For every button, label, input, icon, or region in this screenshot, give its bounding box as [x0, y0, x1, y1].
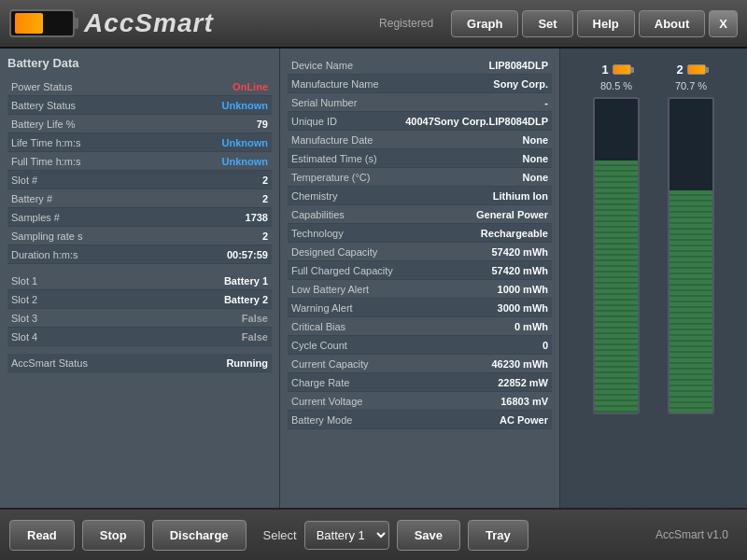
- detail-value: 57420 mWh: [491, 265, 548, 276]
- detail-row: Estimated Time (s)None: [288, 149, 552, 168]
- gauge-percent: 70.7 %: [675, 80, 707, 91]
- left-data-row: Battery StatusUnknown: [7, 96, 272, 115]
- detail-value: AC Power: [500, 414, 548, 426]
- detail-label: Manufacture Date: [291, 134, 373, 146]
- left-row-label: Life Time h:m:s: [11, 137, 81, 148]
- detail-row: Low Battery Alert1000 mWh: [288, 280, 552, 299]
- help-button[interactable]: Help: [577, 10, 635, 37]
- slot-row: Slot 3False: [7, 309, 272, 328]
- discharge-button[interactable]: Discharge: [152, 520, 247, 551]
- detail-row: TechnologyRechargeable: [288, 224, 552, 243]
- detail-row: Device NameLIP8084DLP: [288, 56, 552, 75]
- detail-row: Critical Bias0 mWh: [288, 317, 552, 336]
- detail-row: Serial Number-: [288, 93, 552, 112]
- left-data-row: Samples #1738: [7, 208, 272, 227]
- slot-rows: Slot 1Battery 1Slot 2Battery 2Slot 3Fals…: [7, 272, 272, 346]
- left-row-value: 2: [262, 175, 268, 186]
- left-data-row: Full Time h:m:sUnknown: [7, 152, 272, 171]
- left-row-value: 2: [262, 231, 268, 242]
- left-row-value: OnLine: [233, 81, 268, 92]
- left-row-value: 79: [257, 119, 268, 130]
- left-row-value: 1738: [246, 212, 268, 223]
- detail-row: Current Capacity46230 mWh: [288, 355, 552, 373]
- detail-value: 40047Sony Corp.LIP8084DLP: [405, 116, 548, 127]
- detail-label: Serial Number: [291, 97, 357, 108]
- detail-row: Manufacture DateNone: [288, 131, 552, 149]
- left-row-label: Full Time h:m:s: [11, 156, 81, 167]
- gauge-panel: 180.5 %270.7 %: [560, 49, 747, 508]
- detail-label: Battery Mode: [291, 414, 352, 426]
- slot-value: Battery 2: [224, 294, 268, 305]
- detail-row: Warning Alert3000 mWh: [288, 299, 552, 317]
- detail-row: Current Voltage16803 mV: [288, 392, 552, 411]
- detail-label: Device Name: [291, 60, 353, 71]
- gauge-header: 2: [676, 63, 705, 77]
- detail-row: Manufacture NameSony Corp.: [288, 75, 552, 93]
- slot-label: Slot 3: [11, 313, 37, 324]
- detail-row: Cycle Count0: [288, 336, 552, 355]
- detail-label: Current Capacity: [291, 358, 369, 370]
- left-row-value: Unknown: [222, 137, 269, 148]
- tray-button[interactable]: Tray: [468, 520, 529, 551]
- detail-row: Full Charged Capacity57420 mWh: [288, 261, 552, 280]
- left-data-rows: Power StatusOnLineBattery StatusUnknownB…: [7, 77, 272, 264]
- gauge-item: 180.5 %: [586, 63, 647, 414]
- gauge-bar-fill: [595, 161, 638, 413]
- detail-label: Manufacture Name: [291, 78, 379, 90]
- gauge-percent: 80.5 %: [600, 80, 632, 91]
- detail-value: Lithium Ion: [493, 190, 548, 202]
- left-row-value: Unknown: [222, 156, 269, 167]
- slot-row: Slot 1Battery 1: [7, 272, 272, 290]
- read-button[interactable]: Read: [9, 520, 75, 551]
- slot-label: Slot 2: [11, 294, 37, 305]
- accsmart-status-value: Running: [226, 357, 268, 369]
- detail-label: Estimated Time (s): [291, 153, 377, 164]
- slot-value: Battery 1: [224, 275, 268, 287]
- battery-logo-icon: [9, 9, 75, 37]
- slot-value: False: [242, 331, 268, 343]
- detail-value: 0 mWh: [514, 321, 548, 332]
- about-button[interactable]: About: [639, 10, 706, 37]
- left-data-row: Duration h:m:s00:57:59: [7, 245, 272, 264]
- gauge-bar-outer: [668, 97, 714, 414]
- detail-value: 0: [543, 340, 548, 351]
- left-data-row: Power StatusOnLine: [7, 77, 272, 96]
- save-button[interactable]: Save: [397, 520, 460, 551]
- detail-label: Cycle Count: [291, 340, 347, 351]
- close-button[interactable]: X: [709, 10, 738, 37]
- left-data-row: Life Time h:m:sUnknown: [7, 133, 272, 152]
- slot-label: Slot 4: [11, 331, 37, 343]
- title-bar: AccSmart Registered Graph Set Help About…: [0, 0, 747, 49]
- slot-label: Slot 1: [11, 275, 37, 287]
- battery-select[interactable]: Battery 1: [304, 521, 389, 550]
- accsmart-status-label: AccSmart Status: [11, 357, 88, 369]
- left-row-value: 2: [262, 193, 268, 204]
- set-button[interactable]: Set: [522, 10, 572, 37]
- accsmart-status-row: AccSmart Status Running: [7, 354, 272, 372]
- gauge-number: 2: [676, 63, 683, 77]
- detail-rows: Device NameLIP8084DLPManufacture NameSon…: [288, 56, 552, 429]
- left-row-label: Sampling rate s: [11, 231, 82, 242]
- detail-row: Charge Rate22852 mW: [288, 373, 552, 392]
- detail-row: ChemistryLithium Ion: [288, 187, 552, 205]
- left-data-row: Sampling rate s2: [7, 227, 272, 245]
- app-title: AccSmart: [84, 8, 214, 38]
- detail-value: 16803 mV: [500, 396, 548, 407]
- left-row-value: Unknown: [222, 100, 269, 111]
- detail-label: Critical Bias: [291, 321, 345, 332]
- detail-value: None: [523, 172, 549, 183]
- detail-label: Designed Capacity: [291, 246, 377, 258]
- detail-value: 1000 mWh: [498, 284, 548, 295]
- left-panel: Battery Data Power StatusOnLineBattery S…: [0, 49, 280, 508]
- detail-value: None: [523, 153, 549, 164]
- left-row-label: Duration h:m:s: [11, 249, 78, 260]
- gauge-battery-icon: [613, 64, 631, 75]
- stop-button[interactable]: Stop: [82, 520, 145, 551]
- left-row-label: Battery Status: [11, 100, 76, 111]
- slot-row: Slot 2Battery 2: [7, 290, 272, 309]
- graph-button[interactable]: Graph: [451, 10, 518, 37]
- detail-label: Full Charged Capacity: [291, 265, 393, 276]
- battery-data-title: Battery Data: [7, 56, 272, 70]
- app-logo: [9, 9, 75, 37]
- detail-value: LIP8084DLP: [488, 60, 548, 71]
